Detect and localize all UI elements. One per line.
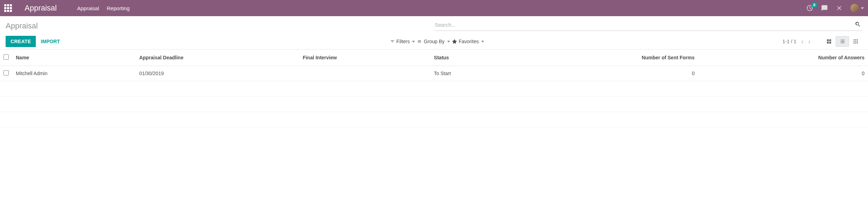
- pager-prev[interactable]: ‹: [801, 38, 803, 45]
- table-header-row: Name Appraisal Deadline Final Interview …: [0, 50, 868, 66]
- col-deadline[interactable]: Appraisal Deadline: [136, 50, 299, 66]
- cell-deadline: 01/30/2019: [136, 66, 299, 81]
- empty-row: [0, 81, 868, 97]
- cell-sent: 0: [507, 66, 698, 81]
- breadcrumb: Appraisal: [6, 20, 434, 31]
- col-answers[interactable]: Number of Answers: [698, 50, 868, 66]
- empty-row: [0, 112, 868, 127]
- nav-menu: Appraisal Reporting: [77, 5, 130, 11]
- cell-interview: [299, 66, 430, 81]
- chevron-down-icon: [447, 41, 450, 42]
- create-button[interactable]: CREATE: [6, 36, 36, 47]
- avatar: [850, 4, 859, 12]
- col-status[interactable]: Status: [430, 50, 507, 66]
- kanban-view-button[interactable]: [822, 36, 836, 47]
- pager-next[interactable]: ›: [808, 38, 810, 45]
- empty-row: [0, 97, 868, 112]
- row-checkbox[interactable]: [4, 70, 9, 75]
- filters-dropdown[interactable]: Filters: [390, 39, 415, 44]
- import-button[interactable]: IMPORT: [36, 36, 65, 47]
- tools-icon[interactable]: [836, 5, 843, 12]
- conversations-icon[interactable]: [821, 5, 828, 12]
- col-sent[interactable]: Number of Sent Forms: [507, 50, 698, 66]
- activity-view-button[interactable]: [849, 36, 862, 47]
- chevron-down-icon: [481, 41, 484, 42]
- activity-icon[interactable]: 8: [806, 5, 813, 12]
- control-panel: Appraisal CREATE IMPORT Filters Group By: [0, 16, 868, 50]
- pager-range[interactable]: 1-1 / 1: [782, 39, 796, 44]
- records-table: Name Appraisal Deadline Final Interview …: [0, 50, 868, 127]
- search-icon[interactable]: [853, 21, 862, 28]
- cell-status: To Start: [430, 66, 507, 81]
- list-view-button[interactable]: [836, 36, 849, 47]
- apps-icon[interactable]: [4, 4, 12, 12]
- nav-menu-appraisal[interactable]: Appraisal: [77, 5, 99, 11]
- notifications-badge: 8: [811, 2, 817, 7]
- search-bar: [434, 20, 863, 31]
- table-row[interactable]: Mitchell Admin 01/30/2019 To Start 0 0: [0, 66, 868, 81]
- chevron-down-icon: [412, 41, 415, 42]
- groupby-label: Group By: [424, 39, 444, 44]
- app-brand[interactable]: Appraisal: [25, 4, 57, 13]
- col-name[interactable]: Name: [12, 50, 136, 66]
- filters-label: Filters: [396, 39, 410, 44]
- groupby-dropdown[interactable]: Group By: [417, 39, 450, 44]
- top-navbar: Appraisal Appraisal Reporting 8: [0, 0, 868, 16]
- favorites-label: Favorites: [459, 39, 479, 44]
- search-input[interactable]: [434, 20, 854, 30]
- nav-menu-reporting[interactable]: Reporting: [107, 5, 130, 11]
- user-menu[interactable]: [850, 4, 864, 12]
- col-interview[interactable]: Final Interview: [299, 50, 430, 66]
- favorites-dropdown[interactable]: Favorites: [452, 39, 484, 44]
- cell-answers: 0: [698, 66, 868, 81]
- chevron-down-icon: [861, 7, 864, 9]
- cell-name: Mitchell Admin: [12, 66, 136, 81]
- select-all-checkbox[interactable]: [4, 54, 9, 60]
